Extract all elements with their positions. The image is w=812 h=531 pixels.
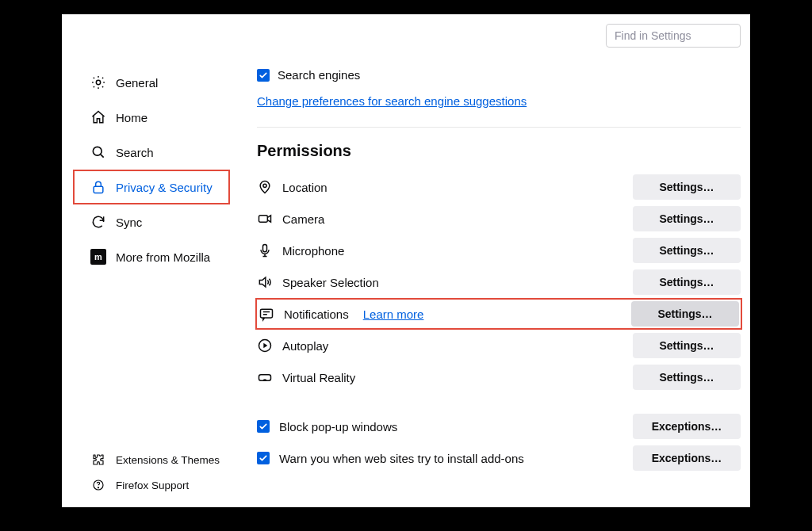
warn-install-checkbox[interactable] [257,452,270,464]
notifications-learn-more-link[interactable]: Learn more [363,308,424,321]
permission-label: Speaker Selection [282,276,379,289]
sidebar-item-label: Extensions & Themes [116,454,220,466]
sidebar-item-privacy[interactable]: Privacy & Security [73,170,230,204]
permission-microphone: Microphone Settings… [257,235,741,266]
warn-install-row: Warn you when web sites try to install a… [257,442,741,474]
permission-label: Location [282,181,327,194]
permission-speaker: Speaker Selection Settings… [257,266,741,298]
search-engines-label: Search engines [278,68,360,82]
permission-label: Microphone [282,244,344,258]
top-bar [62,14,750,51]
search-engines-row: Search engines [257,68,741,82]
svg-point-6 [98,487,98,488]
speaker-icon [257,274,273,290]
microphone-icon [257,243,273,258]
sidebar-item-label: Search [116,146,154,159]
autoplay-icon [257,338,273,353]
svg-point-1 [93,147,102,155]
speaker-settings-button[interactable]: Settings… [633,269,741,295]
warn-install-label: Warn you when web sites try to install a… [279,452,524,465]
settings-window: General Home Sea [62,14,750,507]
puzzle-icon [90,452,106,468]
sidebar-item-home[interactable]: Home [62,100,239,135]
sync-icon [90,214,106,230]
svg-rect-10 [261,309,273,318]
sidebar-footer: Extensions & Themes Firefox Support [62,441,239,507]
svg-rect-8 [259,216,268,222]
permissions-list: Location Settings… Camera Settings… [257,171,741,474]
permission-label: Virtual Reality [282,371,355,384]
search-icon [90,144,106,160]
location-settings-button[interactable]: Settings… [633,174,741,200]
help-icon [90,477,106,493]
vr-settings-button[interactable]: Settings… [633,365,741,390]
svg-rect-2 [94,186,103,193]
change-prefs-link[interactable]: Change preferences for search engine sug… [257,94,527,108]
gear-icon [90,74,106,90]
notifications-icon [259,306,274,322]
permission-location: Location Settings… [257,171,741,203]
main-content: Search engines Change preferences for se… [239,51,750,507]
sidebar: General Home Sea [62,51,239,507]
block-popups-label: Block pop-up windows [279,420,397,434]
svg-text:m: m [94,252,102,262]
location-icon [257,179,273,195]
sidebar-item-sync[interactable]: Sync [62,204,239,239]
section-separator [257,127,741,128]
permission-label: Autoplay [282,339,328,353]
block-popups-row: Block pop-up windows Exceptions… [257,411,741,442]
permission-notifications: Notifications Learn more Settings… [255,298,742,330]
permission-label: Notifications [284,308,349,321]
sidebar-item-label: Privacy & Security [116,181,213,194]
sidebar-item-label: General [116,76,158,90]
svg-rect-9 [263,245,267,252]
sidebar-item-extensions[interactable]: Extensions & Themes [62,447,239,472]
search-engines-checkbox[interactable] [257,69,270,82]
home-icon [90,109,106,125]
svg-point-0 [96,80,100,84]
mozilla-icon: m [90,249,106,265]
sidebar-item-label: Home [116,111,147,124]
camera-settings-button[interactable]: Settings… [633,206,741,231]
warn-install-exceptions-button[interactable]: Exceptions… [633,445,741,471]
camera-icon [257,211,273,227]
notifications-settings-button[interactable]: Settings… [631,301,739,327]
sidebar-item-label: More from Mozilla [116,250,210,264]
sidebar-item-mozilla[interactable]: m More from Mozilla [62,239,239,274]
permission-autoplay: Autoplay Settings… [257,330,741,361]
vr-icon [257,369,273,385]
sidebar-list: General Home Sea [62,65,239,441]
autoplay-settings-button[interactable]: Settings… [633,333,741,358]
content-body: General Home Sea [62,51,750,507]
svg-point-7 [263,184,266,187]
microphone-settings-button[interactable]: Settings… [633,238,741,263]
sidebar-item-support[interactable]: Firefox Support [62,472,239,498]
permission-label: Camera [282,212,324,226]
search-input[interactable] [606,24,741,48]
sidebar-item-search[interactable]: Search [62,135,239,170]
lock-icon [90,179,106,195]
sidebar-item-label: Sync [116,216,142,229]
block-popups-checkbox[interactable] [257,420,270,433]
permission-vr: Virtual Reality Settings… [257,361,741,393]
permissions-heading: Permissions [257,142,741,160]
sidebar-item-general[interactable]: General [62,65,239,100]
sidebar-item-label: Firefox Support [116,479,189,491]
block-popups-exceptions-button[interactable]: Exceptions… [633,414,741,439]
permission-camera: Camera Settings… [257,203,741,235]
